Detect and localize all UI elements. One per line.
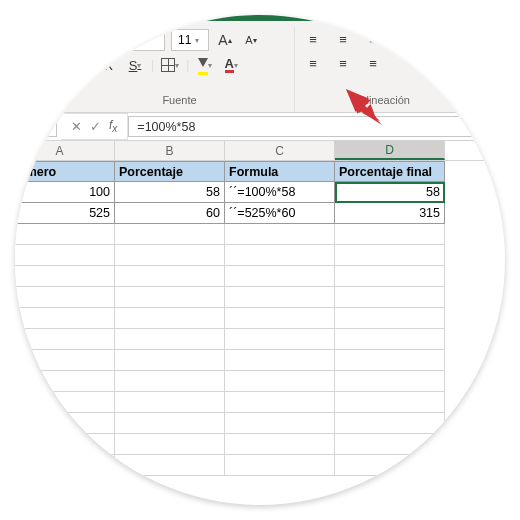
align-left-icon[interactable]: ≡: [303, 53, 323, 73]
svg-rect-0: [15, 37, 28, 47]
alignment-group: ≡ ≡ ≡ ≡ ≡ ≡ Alineación: [295, 27, 475, 112]
formula-text: =100%*58: [137, 120, 195, 134]
italic-button[interactable]: K: [99, 55, 119, 75]
cell-d1[interactable]: Porcentaje final: [335, 161, 445, 182]
fx-icon[interactable]: fx: [109, 118, 117, 134]
cell-a1[interactable]: Numero: [15, 161, 115, 182]
borders-button[interactable]: ▾: [160, 55, 180, 75]
font-group-label: Fuente: [73, 94, 286, 108]
align-center-icon[interactable]: ≡: [333, 53, 353, 73]
decrease-font-icon[interactable]: A▾: [241, 30, 261, 50]
align-bottom-icon[interactable]: ≡: [363, 29, 383, 49]
font-size-select[interactable]: 11▾: [171, 29, 209, 51]
clipboard-label: apapeles: [15, 94, 42, 108]
cell-a3[interactable]: 525: [15, 203, 115, 224]
cell-b1[interactable]: Porcentaje: [115, 161, 225, 182]
ribbon: apapeles Calibri▾ 11▾ A▴ A▾ N K S ▾ | ▾ …: [15, 21, 505, 113]
align-top-icon[interactable]: ≡: [303, 29, 323, 49]
formula-bar-row: D2▾ ✕ ✓ fx =100%*58: [15, 113, 505, 141]
callout-arrow-icon: [344, 87, 382, 125]
column-header-a[interactable]: A: [15, 141, 115, 160]
tab-page-layout[interactable]: Disposición de página: [195, 15, 345, 21]
bold-button[interactable]: N: [73, 55, 93, 75]
name-box[interactable]: D2▾: [15, 116, 57, 137]
worksheet-grid[interactable]: A B C D 1 Numero Porcentaje Formula Porc…: [15, 141, 505, 476]
formula-controls: ✕ ✓ fx: [61, 113, 128, 140]
accept-formula-icon[interactable]: ✓: [90, 119, 101, 134]
align-right-icon[interactable]: ≡: [363, 53, 383, 73]
font-color-button[interactable]: A ▾: [221, 55, 241, 75]
clipboard-group: apapeles: [15, 27, 65, 112]
cancel-formula-icon[interactable]: ✕: [71, 119, 82, 134]
fill-color-button[interactable]: ▾: [195, 55, 215, 75]
cell-b3[interactable]: 60: [115, 203, 225, 224]
column-header-d[interactable]: D: [335, 141, 445, 160]
cell-d3[interactable]: 315: [335, 203, 445, 224]
cell-c3[interactable]: ´´=525%*60: [225, 203, 335, 224]
cell-b2[interactable]: 58: [115, 182, 225, 203]
cell-a2[interactable]: 100: [15, 182, 115, 203]
underline-button[interactable]: S ▾: [125, 55, 145, 75]
increase-font-icon[interactable]: A▴: [215, 30, 235, 50]
tab-formulas[interactable]: Fórmulas: [346, 15, 426, 21]
font-name-select[interactable]: Calibri▾: [73, 29, 165, 51]
font-group: Calibri▾ 11▾ A▴ A▾ N K S ▾ | ▾ | ▾ A ▾ F…: [65, 27, 295, 112]
format-painter-icon[interactable]: [15, 35, 32, 65]
column-header-b[interactable]: B: [115, 141, 225, 160]
alignment-group-label: Alineación: [303, 94, 466, 108]
cell-c1[interactable]: Formula: [225, 161, 335, 182]
svg-rect-1: [17, 47, 23, 57]
formula-bar[interactable]: =100%*58: [128, 116, 505, 137]
column-header-c[interactable]: C: [225, 141, 335, 160]
cell-d2[interactable]: 58: [335, 182, 445, 203]
align-middle-icon[interactable]: ≡: [333, 29, 353, 49]
cell-c2[interactable]: ´´=100%*58: [225, 182, 335, 203]
tab-insert[interactable]: Insertar: [125, 15, 195, 21]
ribbon-tabs: Insertar Disposición de página Fórmulas: [15, 15, 505, 21]
svg-marker-4: [346, 89, 382, 125]
